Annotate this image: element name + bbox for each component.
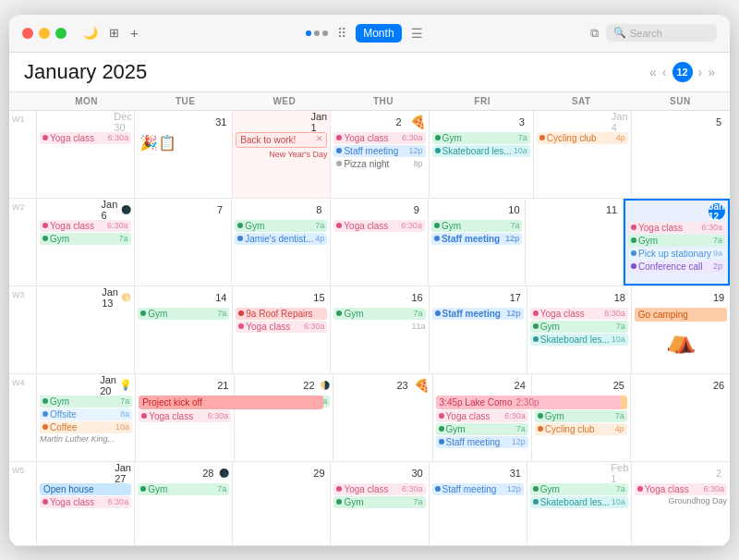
month-view-button[interactable]: Month (356, 24, 401, 43)
day-cell-24[interactable]: 24 3:45p Lake Como2:30p Yoga class6:30a … (433, 374, 532, 461)
event-gym[interactable]: Gym7a (535, 410, 627, 422)
maximize-button[interactable] (55, 28, 67, 39)
add-icon[interactable]: + (130, 25, 139, 41)
day-cell-31[interactable]: 31 Staff meeting12p (430, 462, 527, 545)
event-gym[interactable]: Gym7a (40, 233, 131, 245)
event-gym[interactable]: Gym7a (530, 321, 628, 333)
event-yoga[interactable]: Yoga class6:30a (139, 410, 231, 422)
day-cell-feb2[interactable]: 2 Yoga class6:30a Groundhog Day (632, 462, 730, 545)
event-gym[interactable]: Gym7a (333, 308, 425, 320)
prev-button[interactable]: ‹ (662, 65, 667, 79)
event-yoga[interactable]: Yoga class6:30a (333, 483, 425, 495)
close-x-icon[interactable]: ✕ (316, 134, 323, 143)
next-next-button[interactable]: » (708, 65, 715, 79)
prev-prev-button[interactable]: « (649, 65, 657, 79)
event-yoga[interactable]: Yoga class6:30a (436, 410, 528, 422)
today-button[interactable]: 12 (672, 62, 693, 82)
event-gym[interactable]: Gym7a (432, 132, 530, 144)
event-kickoff[interactable]: Project kick off (139, 396, 323, 409)
event-cycling[interactable]: Cycling club4p (537, 132, 628, 144)
event-stationary[interactable]: Pick up stationary9a (628, 248, 725, 260)
day-num: 19 (710, 289, 727, 306)
sidebar-view-icon[interactable]: ⧉ (590, 26, 599, 41)
day-cell-3[interactable]: 3 Gym7a Skateboard les...10a (430, 111, 534, 198)
day-cell-22[interactable]: 22🌗 Gym7a (235, 374, 333, 461)
sidebar-toggle-icon[interactable]: ⊞ (109, 26, 119, 40)
event-open-house[interactable]: Open house (40, 483, 131, 495)
event-camping[interactable]: Go camping (635, 308, 727, 322)
event-gym[interactable]: Gym7a (235, 220, 327, 232)
day-cell-15[interactable]: 15 9a Roof Repairs Yoga class6:30a (233, 286, 331, 373)
day-cell-jan6[interactable]: Jan 6🌑 Yoga class6:30a Gym7a (37, 199, 135, 286)
event-yoga[interactable]: Yoga class6:30a (635, 483, 727, 495)
search-box[interactable]: 🔍 Search (606, 24, 717, 42)
event-yoga[interactable]: Yoga class6:30a (40, 132, 131, 144)
event-skate[interactable]: Skateboard les...10a (530, 334, 628, 346)
day-cell-30[interactable]: 30 Yoga class6:30a Gym7a (331, 462, 429, 545)
next-button[interactable]: › (698, 65, 703, 79)
event-skate[interactable]: Skateboard les...10a (530, 496, 628, 508)
event-staff[interactable]: Staff meeting12p (333, 145, 425, 157)
day-cell-31[interactable]: 31 🎉📋 (135, 111, 233, 198)
event-gym[interactable]: Gym7a (530, 483, 628, 495)
event-gym[interactable]: Gym7a (333, 496, 425, 508)
event-yoga[interactable]: Yoga class6:30a (628, 222, 725, 234)
day-cell-jan4[interactable]: Jan 4 Cycling club4p (534, 111, 632, 198)
day-cell-jan13[interactable]: Jan 13🌕 (37, 286, 135, 373)
day-cell-28[interactable]: 28🌑 Gym7a (135, 462, 233, 545)
day-cell-jan1[interactable]: Jan 1 ✕ Back to work! New Year's Day (233, 111, 331, 198)
event-yoga[interactable]: Yoga class6:30a (40, 220, 131, 232)
day-cell-10[interactable]: 10 Gym7a Staff meeting12p (429, 199, 527, 286)
event-gym[interactable]: Gym7a (628, 235, 725, 247)
event-staff[interactable]: Staff meeting12p (431, 233, 523, 245)
event-yoga[interactable]: Yoga class6:30a (530, 308, 628, 320)
day-cell-19[interactable]: 19 Go camping ⛺ (632, 286, 730, 373)
event-staff[interactable]: Staff meeting12p (436, 436, 528, 448)
day-cell-jan27[interactable]: Jan 27 Open house Yoga class6:30a (37, 462, 135, 545)
day-cell-18[interactable]: 18 Yoga class6:30a Gym7a Skateboard les.… (527, 286, 632, 373)
day-cell-14[interactable]: 14 Gym7a (135, 286, 233, 373)
day-cell-21[interactable]: 21 Project kick off Yoga class6:30a (136, 374, 235, 461)
list-icon[interactable]: ☰ (411, 26, 423, 41)
event-gym[interactable]: Gym7a (138, 308, 229, 320)
event-gym[interactable]: Gym7a (436, 423, 528, 435)
day-cell-jan20[interactable]: Jan 20💡 Gym7a Offsite8a Coffee10a Martin… (37, 374, 136, 461)
grid-icon[interactable]: ⠿ (337, 26, 346, 41)
event-yoga[interactable]: Yoga class6:30a (333, 132, 425, 144)
event-coffee[interactable]: Coffee10a (40, 421, 132, 433)
day-cell-23[interactable]: 23🍕 (333, 374, 432, 461)
close-button[interactable] (22, 28, 33, 39)
day-cell-17[interactable]: 17 Staff meeting12p (430, 286, 527, 373)
day-cell-jan12[interactable]: Jan 12 Yoga class6:30a Gym7a Pick up sta… (624, 199, 730, 286)
day-cell-29[interactable]: 29 (233, 462, 331, 545)
day-cell-7[interactable]: 7 (135, 199, 233, 286)
day-cell-9[interactable]: 9 Yoga class6:30a (331, 199, 429, 286)
day-cell-8[interactable]: 8 Gym7a Jamie's dentist...4p (232, 199, 331, 286)
event-gym[interactable]: Gym7a (40, 396, 132, 408)
event-gym[interactable]: Gym7a (431, 220, 523, 232)
day-cell-2[interactable]: 2🍕 Yoga class6:30a Staff meeting12p Pizz… (331, 111, 429, 198)
event-pizza[interactable]: Pizza night8p (333, 158, 425, 170)
event-yoga[interactable]: Yoga class6:30a (236, 321, 327, 333)
day-cell-25[interactable]: 25 John out of off... Gym7a Cycling club… (532, 374, 631, 461)
event-yoga[interactable]: Yoga class6:30a (40, 496, 131, 508)
event-lakecomo[interactable]: 3:45p Lake Como2:30p (436, 396, 621, 409)
event-roof[interactable]: 9a Roof Repairs (236, 308, 327, 320)
day-cell-feb1[interactable]: Feb 1 Gym7a Skateboard les...10a (527, 462, 632, 545)
event-cycling[interactable]: Cycling club4p (535, 423, 627, 435)
day-cell-5[interactable]: 5 (632, 111, 730, 198)
event-yoga[interactable]: Yoga class6:30a (333, 220, 425, 232)
day-cell-26[interactable]: 26 (631, 374, 730, 461)
event-confcall[interactable]: Conference call2p (628, 261, 725, 273)
event-skate[interactable]: Skateboard les...10a (432, 145, 530, 157)
event-dentist[interactable]: Jamie's dentist...4p (235, 233, 327, 245)
day-cell-16[interactable]: 16 Gym7a 11a (331, 286, 429, 373)
event-gym[interactable]: Gym7a (138, 483, 229, 495)
back-to-work-event[interactable]: ✕ Back to work! (236, 132, 327, 148)
event-staff[interactable]: Staff meeting12p (432, 308, 524, 320)
day-cell-dec30[interactable]: Dec 30 Yoga class6:30a (37, 111, 135, 198)
minimize-button[interactable] (39, 28, 50, 39)
event-staff[interactable]: Staff meeting12p (432, 483, 524, 495)
event-offsite[interactable]: Offsite8a (40, 408, 132, 420)
day-cell-11[interactable]: 11 (526, 199, 624, 286)
